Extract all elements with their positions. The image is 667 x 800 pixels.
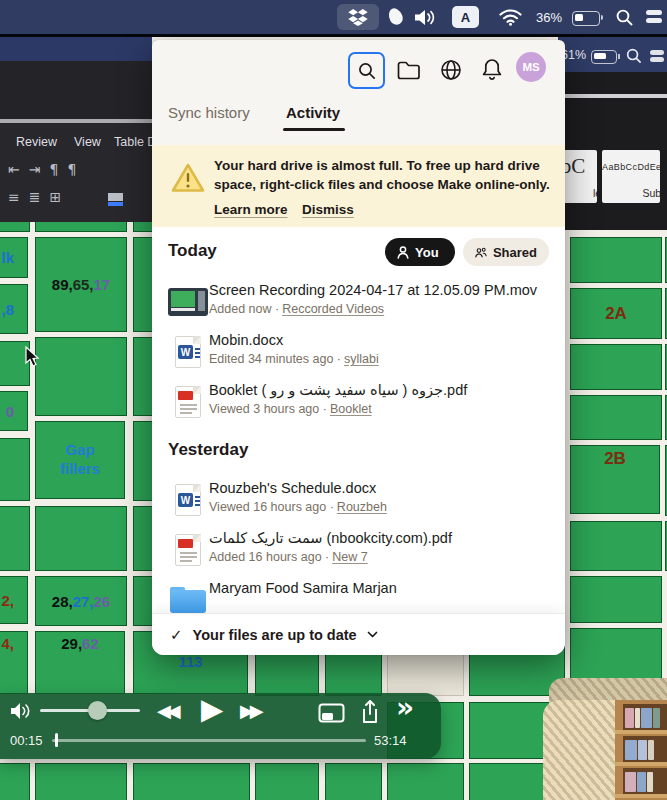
file-row[interactable]: Screen Recording 2024-04-17 at 12.05.09 …	[152, 279, 565, 327]
file-title: سمت تاریک کلمات (nbookcity.com).pdf	[209, 530, 452, 546]
filter-shared-button[interactable]: Shared	[463, 238, 549, 266]
webcam-preview	[543, 700, 667, 800]
person-icon	[397, 246, 409, 259]
file-row[interactable]: Maryam Food Samira Marjan	[152, 577, 565, 613]
table-cell	[570, 237, 662, 283]
banner-text-line2: space, right-click files and choose Make…	[214, 177, 550, 192]
dismiss-link[interactable]: Dismiss	[302, 202, 354, 217]
screen: lk ,8 0 2, 4, 89,65,17 Gap fillers 28,27…	[0, 0, 667, 800]
wifi-icon[interactable]	[499, 9, 522, 26]
recorded-menu-bar: 61%	[558, 37, 667, 72]
style-box-subtitle: AaBbCcDdEe Subtitle	[602, 150, 660, 203]
table-cell: 89,65,17	[35, 237, 127, 332]
pip-button[interactable]	[318, 703, 345, 723]
table-cell: 2A	[570, 288, 662, 339]
banner-text-line1: Your hard drive is almost full. To free …	[214, 158, 540, 173]
table-cell	[570, 576, 662, 623]
tab-activity[interactable]: Activity	[286, 104, 340, 121]
pdf-file-icon	[175, 534, 201, 566]
rewind-button[interactable]: ◀◀	[157, 702, 177, 720]
line-spacing-icon: ≣	[29, 189, 41, 205]
table-cell: lk	[0, 237, 28, 278]
sync-status-text: Your files are up to date	[193, 627, 357, 643]
folder-file-icon	[170, 587, 206, 613]
word-ribbon: Review View Table De ⇤ ⇥ ¶ ¶ ≡ ≣ ⊞	[0, 123, 152, 222]
table-cell	[0, 438, 30, 501]
globe-icon	[440, 59, 462, 81]
active-tab-underline	[283, 128, 345, 131]
check-icon: ✓	[170, 626, 183, 644]
elapsed-time: 00:15	[10, 733, 43, 748]
section-heading-today: Today	[168, 241, 217, 261]
play-button[interactable]: ▶	[201, 695, 223, 724]
bookshelf	[615, 700, 667, 800]
share-button[interactable]	[360, 699, 380, 725]
bell-icon	[482, 58, 502, 82]
file-location-link[interactable]: Rouzbeh	[337, 500, 387, 514]
table-cell: 2,	[0, 576, 28, 624]
table-grid-icon: ⊞	[49, 189, 61, 205]
volume-icon[interactable]	[10, 702, 32, 720]
fast-forward-button[interactable]: ▶▶	[240, 702, 260, 720]
more-controls-button[interactable]: »	[396, 694, 414, 722]
volume-menu-icon[interactable]	[414, 9, 438, 26]
recorded-battery-icon	[591, 50, 617, 64]
file-location-link[interactable]: Booklet	[330, 402, 372, 416]
control-center-icon[interactable]	[646, 10, 662, 15]
word-file-icon: W	[175, 336, 201, 368]
pdf-file-icon	[175, 386, 201, 418]
file-row[interactable]: W Mobin.docx Edited 34 minutes ago ·syll…	[152, 329, 565, 377]
sync-status-footer[interactable]: ✓ Your files are up to date	[152, 613, 565, 655]
pointer-app-menu-item[interactable]	[386, 6, 405, 27]
file-meta: Edited 34 minutes ago ·syllabi	[209, 352, 379, 366]
file-location-link[interactable]: syllabi	[344, 352, 379, 366]
duration-time: 53:14	[374, 733, 407, 748]
table-cell: 29,62	[35, 631, 125, 694]
menubar-edge	[0, 34, 667, 37]
file-row[interactable]: W Rouzbeh's Schedule.docx Viewed 16 hour…	[152, 477, 565, 525]
quicktime-titlebar: Screen Record	[0, 61, 152, 120]
align-icon: ≡	[8, 189, 20, 205]
dropbox-menu-item[interactable]	[337, 4, 379, 30]
file-location-link[interactable]: Reccorded Videos	[282, 302, 384, 316]
table-cell	[35, 763, 127, 800]
recorded-search-icon	[626, 48, 642, 64]
playhead[interactable]	[55, 733, 58, 747]
table-cell	[255, 763, 319, 800]
file-location-link[interactable]: New 7	[332, 550, 367, 564]
section-heading-yesterday: Yesterday	[168, 440, 248, 460]
battery-icon[interactable]	[572, 11, 600, 26]
word-toolbar-row1: ⇤ ⇥ ¶ ¶	[8, 161, 76, 177]
web-button[interactable]	[439, 58, 463, 82]
filter-you-button[interactable]: You	[385, 238, 455, 266]
input-source-menu-item[interactable]: A	[452, 6, 479, 28]
battery-percent: 36%	[536, 10, 562, 25]
notifications-button[interactable]	[481, 57, 503, 83]
table-cell	[387, 763, 464, 800]
table-cell	[325, 763, 382, 800]
file-meta: Viewed 16 hours ago ·Rouzbeh	[209, 500, 387, 514]
indent-left-icon: ⇤	[8, 161, 20, 177]
progress-bar[interactable]	[52, 739, 366, 742]
learn-more-link[interactable]: Learn more	[214, 202, 288, 217]
folder-button[interactable]	[396, 59, 422, 81]
folder-icon	[397, 60, 421, 80]
recorded-desktop-strip	[0, 37, 152, 61]
file-title: Screen Recording 2024-04-17 at 12.05.09 …	[209, 282, 537, 298]
table-cell: 2B	[570, 445, 660, 514]
file-row[interactable]: سمت تاریک کلمات (nbookcity.com).pdf Adde…	[152, 527, 565, 575]
warning-icon	[170, 162, 206, 194]
tab-sync-history[interactable]: Sync history	[168, 104, 250, 121]
video-thumbnail	[168, 288, 208, 316]
file-row[interactable]: Booklet ( سیاه سفید پشت و رو ) جزوه.pdf …	[152, 379, 565, 427]
storage-warning-banner: Your hard drive is almost full. To free …	[152, 145, 565, 227]
volume-knob[interactable]	[88, 701, 107, 720]
avatar[interactable]: MS	[516, 52, 546, 82]
spotlight-search-icon[interactable]	[616, 9, 633, 26]
table-cell	[133, 763, 250, 800]
people-icon	[475, 246, 487, 259]
file-title: Rouzbeh's Schedule.docx	[209, 480, 376, 496]
table-cell	[570, 344, 662, 390]
file-meta: Added now ·Reccorded Videos	[209, 302, 384, 316]
search-button[interactable]	[348, 52, 385, 89]
